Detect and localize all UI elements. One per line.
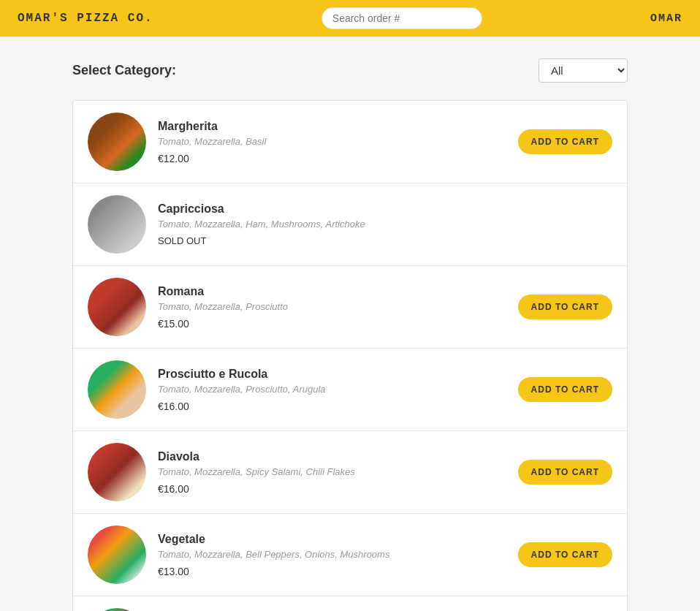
pizza-info-margherita: MargheritaTomato, Mozzarella, Basil€12.0… [158,120,506,164]
add-to-cart-button-romana[interactable]: ADD TO CART [518,295,612,319]
pizza-price: €15.00 [158,318,506,330]
search-container [322,7,482,29]
pizza-image-diavola [88,443,146,501]
pizza-image-capricciosa [88,195,146,254]
list-item: RomanaTomato, Mozzarella, Prosciutto€15.… [73,266,627,349]
pizza-name: Vegetale [158,533,506,546]
pizza-price: €16.00 [158,483,506,495]
add-to-cart-button-diavola[interactable]: ADD TO CART [518,460,612,485]
app-header: OMAR'S PIZZA CO. OMAR [0,0,700,37]
pizza-info-romana: RomanaTomato, Mozzarella, Prosciutto€15.… [158,285,506,330]
list-item: Prosciutto e RucolaTomato, Mozzarella, P… [73,349,627,431]
pizza-info-prosciutto-rucola: Prosciutto e RucolaTomato, Mozzarella, P… [158,368,506,412]
search-input[interactable] [322,7,482,29]
pizza-list: MargheritaTomato, Mozzarella, Basil€12.0… [72,100,628,611]
pizza-name: Romana [158,285,506,298]
add-to-cart-button-margherita[interactable]: ADD TO CART [518,129,612,154]
pizza-image-napoli [88,608,146,611]
category-row: Select Category: All Pizza Drinks Desser… [72,58,628,83]
pizza-image-romana [88,278,146,336]
logo: OMAR'S PIZZA CO. [18,12,153,25]
add-to-cart-button-vegetale[interactable]: ADD TO CART [518,542,612,567]
category-select[interactable]: All Pizza Drinks Desserts [539,58,628,83]
pizza-name: Margherita [158,120,506,133]
list-item: MargheritaTomato, Mozzarella, Basil€12.0… [73,101,627,183]
pizza-info-capricciosa: CapricciosaTomato, Mozzarella, Ham, Mush… [158,202,612,246]
pizza-price: €13.00 [158,566,506,577]
add-to-cart-button-prosciutto-rucola[interactable]: ADD TO CART [518,377,612,402]
pizza-ingredients: Tomato, Mozzarella, Prosciutto [158,301,506,312]
pizza-price: €16.00 [158,401,506,412]
pizza-info-diavola: DiavolaTomato, Mozzarella, Spicy Salami,… [158,450,506,495]
pizza-image-prosciutto-rucola [88,360,146,419]
pizza-name: Capricciosa [158,202,612,216]
list-item: NapoliTomato, Mozzarella, Fresh Tomato, … [73,596,627,611]
main-content: Select Category: All Pizza Drinks Desser… [58,37,642,611]
pizza-ingredients: Tomato, Mozzarella, Bell Peppers, Onions… [158,549,506,560]
pizza-name: Prosciutto e Rucola [158,368,506,381]
pizza-image-margherita [88,113,146,171]
pizza-ingredients: Tomato, Mozzarella, Ham, Mushrooms, Arti… [158,219,612,229]
pizza-ingredients: Tomato, Mozzarella, Prosciutto, Arugula [158,384,506,395]
pizza-info-vegetale: VegetaleTomato, Mozzarella, Bell Peppers… [158,533,506,577]
pizza-name: Diavola [158,450,506,463]
list-item: CapricciosaTomato, Mozzarella, Ham, Mush… [73,183,627,266]
pizza-image-vegetale [88,525,146,584]
pizza-ingredients: Tomato, Mozzarella, Spicy Salami, Chili … [158,466,506,477]
category-label: Select Category: [72,63,176,78]
pizza-ingredients: Tomato, Mozzarella, Basil [158,136,506,147]
pizza-price: €12.00 [158,153,506,164]
user-label: OMAR [650,12,682,25]
sold-out-label: SOLD OUT [158,235,612,246]
list-item: VegetaleTomato, Mozzarella, Bell Peppers… [73,514,627,596]
list-item: DiavolaTomato, Mozzarella, Spicy Salami,… [73,431,627,514]
